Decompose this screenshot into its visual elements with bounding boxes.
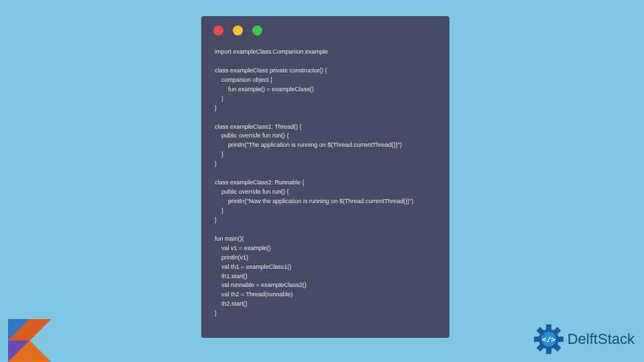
- minimize-icon: [233, 25, 243, 36]
- close-icon: [213, 25, 223, 36]
- maximize-icon: [252, 25, 262, 36]
- svg-text:</>: </>: [542, 335, 555, 344]
- gear-icon: </>: [534, 324, 564, 354]
- code-window: import exampleClass.Companion.example cl…: [201, 16, 449, 338]
- code-block: import exampleClass.Companion.example cl…: [201, 42, 449, 329]
- window-traffic-lights: [201, 16, 449, 42]
- delftstack-label: DelftStack: [568, 330, 635, 348]
- delftstack-logo: </> DelftStack: [534, 324, 635, 354]
- kotlin-logo-icon: [8, 319, 51, 362]
